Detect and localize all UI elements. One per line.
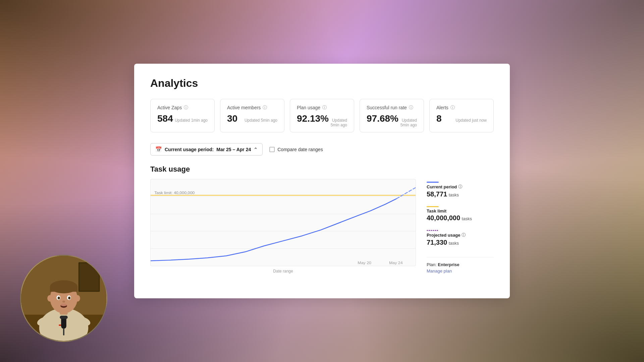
analytics-card: Analytics Active Zaps ⓘ 584 Updated 1min… xyxy=(134,64,510,298)
chart-legend: Current period ⓘ 58,771 tasks Task limit… xyxy=(427,179,494,274)
manage-plan-link[interactable]: Manage plan xyxy=(427,268,494,274)
info-icon-active-zaps[interactable]: ⓘ xyxy=(184,105,188,111)
legend-projected-usage: Projected usage ⓘ 71,330 tasks xyxy=(427,230,494,246)
task-usage-title: Task usage xyxy=(150,165,494,174)
task-limit-line-indicator xyxy=(427,206,439,207)
projected-usage-label: Projected usage xyxy=(427,233,460,238)
metric-updated-active-members: Updated 5min ago xyxy=(245,118,277,123)
chart-svg-wrapper: Task limit: 40,000,000 May 20 May 24 xyxy=(150,179,416,266)
svg-point-21 xyxy=(58,297,60,299)
date-range-value: Mar 25 – Apr 24 xyxy=(216,147,251,152)
webcam-person xyxy=(21,256,106,341)
svg-point-22 xyxy=(68,297,70,299)
controls-row: 📅 Current usage period: Mar 25 – Apr 24 … xyxy=(150,143,494,156)
x-axis-label: Date range xyxy=(150,269,416,274)
info-icon-projected-usage[interactable]: ⓘ xyxy=(462,232,466,238)
task-limit-unit: tasks xyxy=(462,216,472,221)
svg-rect-30 xyxy=(63,329,64,336)
svg-text:May 20: May 20 xyxy=(358,261,371,265)
current-period-line-indicator xyxy=(427,182,439,183)
metric-updated-active-zaps: Updated 1min ago xyxy=(175,118,208,123)
svg-rect-14 xyxy=(59,324,61,326)
date-range-button[interactable]: 📅 Current usage period: Mar 25 – Apr 24 … xyxy=(150,143,263,156)
plan-label: Plan: xyxy=(427,262,437,267)
task-limit-value: 40,000,000 xyxy=(427,214,460,222)
metric-value-alerts: 8 xyxy=(436,113,442,124)
svg-point-25 xyxy=(60,304,67,306)
page-title: Analytics xyxy=(150,77,494,89)
date-range-label: Current usage period: xyxy=(165,147,214,152)
metric-updated-alerts: Updated just now xyxy=(455,118,487,123)
metric-value-plan-usage: 92.13% xyxy=(297,113,329,124)
metric-header-active-members: Active members ⓘ xyxy=(227,105,277,111)
current-period-unit: tasks xyxy=(449,192,459,197)
info-icon-run-rate[interactable]: ⓘ xyxy=(409,105,413,111)
plan-text: Plan: Enterprise xyxy=(427,262,494,267)
svg-text:Task limit: 40,000,000: Task limit: 40,000,000 xyxy=(154,190,195,194)
metric-value-active-members: 30 xyxy=(227,113,237,124)
metrics-row: Active Zaps ⓘ 584 Updated 1min ago Activ… xyxy=(150,99,494,132)
metric-header-alerts: Alerts ⓘ xyxy=(436,105,487,111)
plan-section: Plan: Enterprise Manage plan xyxy=(427,257,494,274)
calendar-icon: 📅 xyxy=(155,146,162,153)
metric-label-active-zaps: Active Zaps xyxy=(157,105,182,110)
legend-current-period: Current period ⓘ 58,771 tasks xyxy=(427,182,494,198)
chevron-icon: ⌃ xyxy=(254,147,258,152)
current-period-value: 58,771 xyxy=(427,190,447,198)
svg-rect-18 xyxy=(50,287,77,292)
compare-date-ranges-label[interactable]: Compare date ranges xyxy=(269,147,323,152)
projected-usage-line-indicator xyxy=(427,230,439,231)
metric-label-alerts: Alerts xyxy=(436,105,448,110)
metric-card-active-zaps: Active Zaps ⓘ 584 Updated 1min ago xyxy=(150,99,215,132)
current-period-label: Current period xyxy=(427,184,457,189)
compare-checkbox[interactable] xyxy=(269,147,275,152)
info-icon-plan-usage[interactable]: ⓘ xyxy=(322,105,327,111)
metric-label-run-rate: Successful run rate xyxy=(367,105,407,110)
info-icon-current-period[interactable]: ⓘ xyxy=(458,184,462,190)
metric-card-active-members: Active members ⓘ 30 Updated 5min ago xyxy=(220,99,284,132)
svg-point-23 xyxy=(62,301,65,303)
metric-card-plan-usage: Plan usage ⓘ 92.13% Updated 5min ago xyxy=(290,99,354,132)
chart-container: Task limit: 40,000,000 May 20 May 24 Dat… xyxy=(150,179,416,274)
metric-header-run-rate: Successful run rate ⓘ xyxy=(367,105,417,111)
svg-rect-29 xyxy=(60,316,67,319)
webcam-svg xyxy=(20,256,107,341)
metric-header-active-zaps: Active Zaps ⓘ xyxy=(157,105,208,111)
metric-updated-run-rate: Updated 5min ago xyxy=(398,118,417,127)
metric-card-run-rate: Successful run rate ⓘ 97.68% Updated 5mi… xyxy=(360,99,424,132)
webcam-overlay xyxy=(20,255,107,342)
metric-value-active-zaps: 584 xyxy=(157,113,173,124)
svg-point-27 xyxy=(75,295,80,302)
metric-updated-plan-usage: Updated 5min ago xyxy=(329,118,347,127)
svg-text:May 24: May 24 xyxy=(389,261,403,265)
plan-name: Enterprise xyxy=(438,262,459,267)
projected-usage-unit: tasks xyxy=(449,241,459,246)
metric-card-alerts: Alerts ⓘ 8 Updated just now xyxy=(429,99,494,132)
metric-label-active-members: Active members xyxy=(227,105,261,110)
metric-label-plan-usage: Plan usage xyxy=(297,105,320,110)
svg-point-26 xyxy=(47,295,53,302)
legend-task-limit: Task limit 40,000,000 tasks xyxy=(427,206,494,222)
svg-rect-11 xyxy=(79,263,99,291)
task-usage-chart: Task limit: 40,000,000 May 20 May 24 xyxy=(151,179,416,266)
metric-header-plan-usage: Plan usage ⓘ xyxy=(297,105,347,111)
info-icon-active-members[interactable]: ⓘ xyxy=(263,105,267,111)
info-icon-alerts[interactable]: ⓘ xyxy=(450,105,455,111)
compare-text: Compare date ranges xyxy=(277,147,323,152)
chart-section: Task limit: 40,000,000 May 20 May 24 Dat… xyxy=(150,179,494,274)
metric-value-run-rate: 97.68% xyxy=(367,113,398,124)
projected-usage-value: 71,330 xyxy=(427,239,447,246)
task-limit-label: Task limit xyxy=(427,208,446,214)
